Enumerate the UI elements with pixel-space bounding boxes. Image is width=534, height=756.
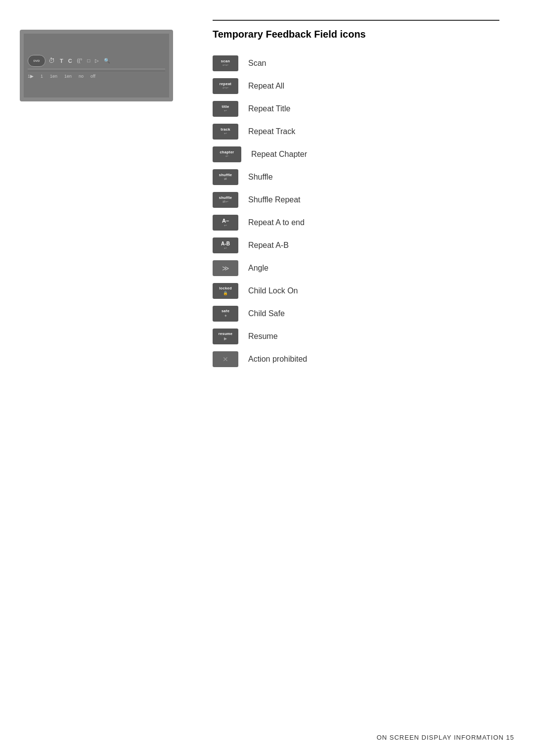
child-lock-icon: locked 🔒 (213, 283, 238, 299)
osd-icon-timer: ⏱ (48, 57, 55, 64)
repeat-a-end-icon: A– ↩ (213, 215, 238, 231)
osd-icon-c: C (68, 58, 72, 64)
list-item: safe ✦ Child Safe (213, 302, 499, 325)
angle-label: Angle (248, 264, 268, 273)
repeat-all-icon: repeat ↩↩ (213, 78, 238, 94)
repeat-track-icon: track ↩ (213, 124, 238, 140)
dvd-badge: DVD (28, 55, 45, 67)
list-item: ✕ Action prohibited (213, 348, 499, 371)
icon-list: scan ↩↩ Scan repeat ↩↩ Repeat All title … (213, 52, 499, 371)
list-item: scan ↩↩ Scan (213, 52, 499, 75)
list-item: chapter ↩ Repeat Chapter (213, 143, 499, 166)
resume-icon: resume ▶ (213, 329, 238, 344)
shuffle-label: Shuffle (248, 173, 273, 182)
repeat-title-icon: title ↩ (213, 101, 238, 117)
list-item: A-B ↩ Repeat A-B (213, 234, 499, 257)
list-item: shuffle ⇌↩ Shuffle Repeat (213, 189, 499, 211)
action-prohibited-label: Action prohibited (248, 355, 307, 364)
repeat-title-label: Repeat Title (248, 104, 290, 113)
repeat-all-label: Repeat All (248, 82, 284, 91)
section-title: Temporary Feedback Field icons (213, 29, 499, 40)
osd-values: 1▶ 1 1en 1en no off (28, 73, 165, 79)
repeat-chapter-label: Repeat Chapter (251, 150, 307, 159)
repeat-ab-label: Repeat A-B (248, 241, 289, 250)
child-safe-label: Child Safe (248, 309, 285, 318)
repeat-track-label: Repeat Track (248, 127, 295, 136)
resume-label: Resume (248, 332, 278, 341)
list-item: shuffle ⇌ Shuffle (213, 166, 499, 189)
shuffle-icon: shuffle ⇌ (213, 169, 238, 185)
osd-icon-sub: □ (87, 58, 90, 63)
osd-icon-zoom: 🔍 (104, 58, 110, 63)
repeat-a-end-label: Repeat A to end (248, 218, 305, 227)
scan-label: Scan (248, 59, 266, 68)
osd-icon-audio: ((° (77, 58, 83, 63)
repeat-chapter-icon: chapter ↩ (213, 146, 241, 162)
list-item: ≫ Angle (213, 257, 499, 280)
child-safe-icon: safe ✦ (213, 306, 238, 322)
list-item: title ↩ Repeat Title (213, 97, 499, 120)
content-area: Temporary Feedback Field icons scan ↩↩ S… (213, 20, 499, 371)
child-lock-label: Child Lock On (248, 286, 298, 295)
list-item: track ↩ Repeat Track (213, 120, 499, 143)
action-prohibited-icon: ✕ (213, 351, 238, 367)
osd-icon-t: T (60, 58, 63, 64)
list-item: repeat ↩↩ Repeat All (213, 75, 499, 97)
repeat-ab-icon: A-B ↩ (213, 237, 238, 253)
section-divider (213, 20, 499, 21)
list-item: resume ▶ Resume (213, 325, 499, 348)
osd-icon-angle: ▷ (95, 58, 99, 63)
page-number: ON SCREEN DISPLAY INFORMATION 15 (377, 734, 514, 741)
osd-panel: DVD ⏱ T C ((° □ ▷ 🔍 1▶ 1 1en 1en no off (20, 30, 173, 101)
angle-icon: ≫ (213, 260, 238, 276)
shuffle-repeat-label: Shuffle Repeat (248, 195, 301, 204)
list-item: A– ↩ Repeat A to end (213, 211, 499, 234)
scan-icon: scan ↩↩ (213, 55, 238, 71)
list-item: locked 🔒 Child Lock On (213, 280, 499, 302)
shuffle-repeat-icon: shuffle ⇌↩ (213, 192, 238, 208)
